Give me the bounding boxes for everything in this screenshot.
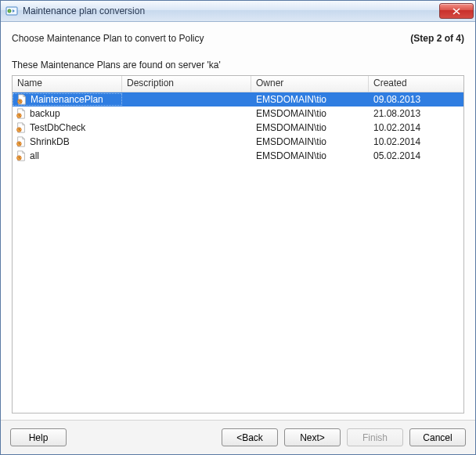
cell-name: all <box>13 150 122 161</box>
column-header-created[interactable]: Created <box>369 76 463 92</box>
cell-created: 05.02.2014 <box>369 150 463 161</box>
table-row[interactable]: TestDbCheckEMSDOMAIN\tio10.02.2014 <box>13 121 463 135</box>
cell-name-text: ShrinkDB <box>30 136 70 147</box>
plan-icon <box>16 150 27 161</box>
cell-name-text: all <box>30 150 39 161</box>
back-button[interactable]: <Back <box>222 428 278 446</box>
table-row[interactable]: ShrinkDBEMSDOMAIN\tio10.02.2014 <box>13 135 463 149</box>
table-header: Name Description Owner Created <box>13 76 463 92</box>
cell-name: backup <box>13 108 122 119</box>
cancel-button[interactable]: Cancel <box>409 428 466 446</box>
plans-table: Name Description Owner Created Maintenan… <box>12 75 464 413</box>
step-indicator: (Step 2 of 4) <box>410 33 464 44</box>
app-icon <box>5 5 18 17</box>
cell-owner: EMSDOMAIN\tio <box>251 136 369 147</box>
footer: Help <Back Next> Finish Cancel <box>1 420 475 454</box>
close-icon <box>453 8 460 15</box>
window-title: Maintenance plan conversion <box>23 5 439 16</box>
cell-created: 10.02.2014 <box>369 122 463 133</box>
cell-owner: EMSDOMAIN\tio <box>251 150 369 161</box>
dialog-window: Maintenance plan conversion Choose Maint… <box>0 0 476 455</box>
header-row: Choose Maintenance Plan to convert to Po… <box>12 33 464 44</box>
cell-created: 21.08.2013 <box>369 108 463 119</box>
cell-owner: EMSDOMAIN\tio <box>251 108 369 119</box>
cell-name-text: TestDbCheck <box>30 122 85 133</box>
table-row[interactable]: MaintenancePlanEMSDOMAIN\tio09.08.2013 <box>13 92 463 107</box>
finish-button[interactable]: Finish <box>347 428 403 446</box>
column-header-name[interactable]: Name <box>13 76 122 92</box>
cell-owner: EMSDOMAIN\tio <box>251 94 369 105</box>
table-body: MaintenancePlanEMSDOMAIN\tio09.08.2013 b… <box>13 92 463 413</box>
cell-name: TestDbCheck <box>13 122 122 133</box>
plan-icon <box>16 94 27 105</box>
instruction-text: Choose Maintenance Plan to convert to Po… <box>12 33 204 44</box>
cell-name-text: MaintenancePlan <box>31 94 103 105</box>
table-row[interactable]: backupEMSDOMAIN\tio21.08.2013 <box>13 107 463 121</box>
plan-icon <box>16 108 27 119</box>
svg-point-1 <box>8 9 11 13</box>
close-button[interactable] <box>439 3 474 19</box>
table-row[interactable]: allEMSDOMAIN\tio05.02.2014 <box>13 149 463 163</box>
content-area: Choose Maintenance Plan to convert to Po… <box>1 22 475 420</box>
next-button[interactable]: Next> <box>284 428 341 446</box>
column-header-description[interactable]: Description <box>122 76 251 92</box>
cell-created: 10.02.2014 <box>369 136 463 147</box>
titlebar: Maintenance plan conversion <box>1 1 475 22</box>
plan-icon <box>16 136 27 147</box>
cell-owner: EMSDOMAIN\tio <box>251 122 369 133</box>
subtitle-text: These Maintenance Plans are found on ser… <box>12 60 464 70</box>
cell-created: 09.08.2013 <box>369 94 463 105</box>
help-button[interactable]: Help <box>10 428 67 446</box>
cell-name-text: backup <box>30 108 60 119</box>
column-header-owner[interactable]: Owner <box>251 76 369 92</box>
cell-name: ShrinkDB <box>13 136 122 147</box>
cell-name: MaintenancePlan <box>13 93 122 106</box>
plan-icon <box>16 122 27 133</box>
